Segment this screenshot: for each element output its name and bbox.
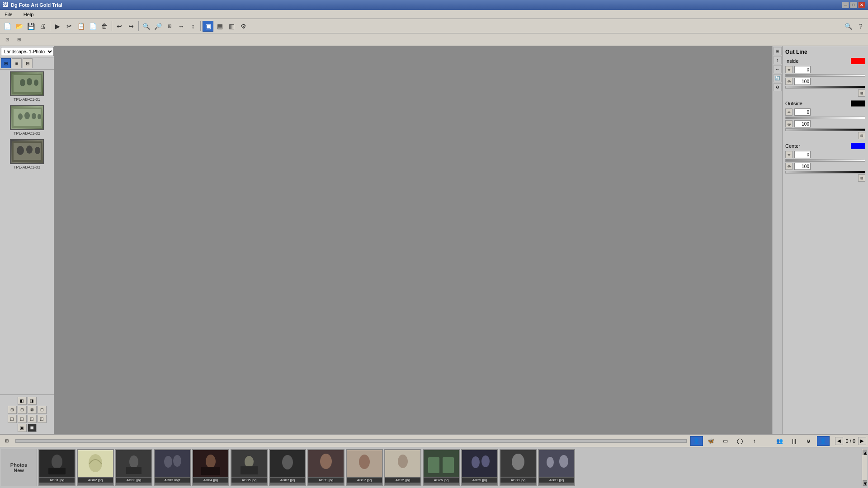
strip-rect-btn[interactable]: ▭ bbox=[719, 436, 732, 446]
view3-btn[interactable]: ▥ bbox=[226, 21, 237, 32]
new-btn[interactable]: 📄 bbox=[2, 21, 13, 32]
bot-btn-10[interactable]: ◰ bbox=[38, 415, 47, 423]
close-button[interactable]: ✕ bbox=[858, 2, 865, 8]
play-btn[interactable]: ▶ bbox=[52, 21, 63, 32]
strip-butterfly-btn[interactable]: 🦋 bbox=[705, 436, 717, 446]
help-search-btn[interactable]: 🔍 bbox=[843, 21, 854, 32]
bot-btn-5[interactable]: ⊠ bbox=[28, 406, 37, 414]
page-next-btn[interactable]: ▶ bbox=[858, 437, 866, 445]
strip-icon1[interactable]: ⊞ bbox=[2, 436, 12, 446]
inside-opacity-icon[interactable]: ◎ bbox=[785, 78, 793, 85]
template-detail-btn[interactable]: ⊟ bbox=[23, 58, 33, 68]
template-item-3[interactable]: TPL-AB-C1-03 bbox=[2, 139, 52, 169]
template-item-1[interactable]: TPL-AB-C1-01 bbox=[2, 71, 52, 102]
photo-thumb-ab09[interactable]: AB09.jpg bbox=[307, 449, 344, 486]
cut-btn[interactable]: ✂ bbox=[64, 21, 75, 32]
page-prev-btn[interactable]: ◀ bbox=[835, 437, 843, 445]
photo-thumb-ab04[interactable]: AB04.jpg bbox=[192, 449, 229, 486]
photo-strip-scrollbar[interactable]: ▲ ▼ bbox=[862, 449, 867, 486]
save-btn[interactable]: 💾 bbox=[25, 21, 36, 32]
bot-btn-9[interactable]: ◳ bbox=[28, 415, 37, 423]
minimize-button[interactable]: ─ bbox=[842, 2, 849, 8]
outside-opacity-icon[interactable]: ◎ bbox=[785, 120, 793, 127]
photo-thumb-ab02[interactable]: AB02.jpg bbox=[77, 449, 114, 486]
vert-icon-1[interactable]: ⊞ bbox=[774, 47, 782, 55]
photo-thumb-ab05[interactable]: AB05.jpg bbox=[231, 449, 268, 486]
menu-file[interactable]: File bbox=[2, 11, 15, 18]
zoom-out-btn[interactable]: 🔎 bbox=[152, 21, 163, 32]
strip-arrow-btn[interactable]: ↑ bbox=[748, 436, 761, 446]
center-copy-btn[interactable]: ⊞ bbox=[858, 174, 865, 182]
open-btn[interactable]: 📂 bbox=[14, 21, 24, 32]
view1-btn[interactable]: ▣ bbox=[203, 21, 213, 32]
template-grid-btn[interactable]: ⊞ bbox=[1, 58, 11, 68]
bot-btn-2[interactable]: ◨ bbox=[28, 397, 37, 405]
outside-val2[interactable] bbox=[794, 120, 811, 127]
photo-strip[interactable]: Photos New AB01.jpg AB02. bbox=[0, 447, 868, 488]
fit-btn[interactable]: ⊞ bbox=[164, 21, 175, 32]
bot-btn-1[interactable]: ◧ bbox=[18, 397, 27, 405]
view2-btn[interactable]: ▤ bbox=[214, 21, 225, 32]
scrollbar-track[interactable] bbox=[862, 455, 867, 480]
photo-thumb-ab03[interactable]: AB03.jpg bbox=[115, 449, 152, 486]
t2-icon1[interactable]: ⊡ bbox=[2, 34, 13, 45]
bot-btn-3[interactable]: ⊞ bbox=[8, 406, 17, 414]
photo-thumb-ab30[interactable]: AB30.jpg bbox=[500, 449, 537, 486]
photo-thumb-ab31[interactable]: AB31.jpg bbox=[538, 449, 575, 486]
zoom-in-btn[interactable]: 🔍 bbox=[141, 21, 151, 32]
align-v-btn[interactable]: ↕ bbox=[188, 21, 198, 32]
vert-icon-4[interactable]: 🔄 bbox=[774, 74, 782, 82]
center-slider2[interactable] bbox=[785, 171, 865, 174]
align-h-btn[interactable]: ↔ bbox=[176, 21, 187, 32]
strip-link-btn[interactable]: ⊌ bbox=[802, 436, 815, 446]
inside-slider2[interactable] bbox=[785, 86, 865, 89]
template-item-2[interactable]: TPL-AB-C1-02 bbox=[2, 105, 52, 136]
inside-val2[interactable] bbox=[794, 78, 811, 85]
photo-thumb-ab07[interactable]: AB07.jpg bbox=[269, 449, 306, 486]
outline-center-color[interactable] bbox=[851, 143, 865, 149]
outside-scale-icon[interactable]: ⇔ bbox=[785, 108, 793, 116]
scrollbar-down[interactable]: ▼ bbox=[863, 480, 867, 486]
strip-person-btn[interactable]: 👤 bbox=[690, 436, 703, 446]
undo-btn[interactable]: ↩ bbox=[114, 21, 125, 32]
photo-thumb-ab29[interactable]: AB29.jpg bbox=[461, 449, 498, 486]
outline-outside-color[interactable] bbox=[851, 100, 865, 107]
photo-thumb-ab26[interactable]: AB26.jpg bbox=[423, 449, 460, 486]
photo-thumb-ab01[interactable]: AB01.jpg bbox=[38, 449, 75, 486]
bot-btn-7[interactable]: ◱ bbox=[8, 415, 17, 423]
inside-copy-btn[interactable]: ⊞ bbox=[858, 89, 865, 97]
outside-val1[interactable] bbox=[794, 108, 811, 116]
center-opacity-icon[interactable]: ◎ bbox=[785, 163, 793, 170]
outline-inside-color[interactable] bbox=[851, 58, 865, 64]
t2-icon2[interactable]: ⊞ bbox=[14, 34, 24, 45]
bot-btn-11[interactable]: ▣ bbox=[18, 424, 27, 432]
strip-group-btn[interactable]: 👥 bbox=[774, 436, 786, 446]
settings-btn[interactable]: ⚙ bbox=[238, 21, 249, 32]
bot-btn-6[interactable]: ⊡ bbox=[38, 406, 47, 414]
print-btn[interactable]: 🖨 bbox=[37, 21, 48, 32]
vert-icon-2[interactable]: ↕ bbox=[774, 56, 782, 64]
bot-btn-4[interactable]: ⊟ bbox=[18, 406, 27, 414]
scrollbar-up[interactable]: ▲ bbox=[863, 450, 867, 455]
template-list-btn[interactable]: ≡ bbox=[12, 58, 22, 68]
bot-btn-12[interactable]: 🔲 bbox=[28, 424, 37, 432]
center-val1[interactable] bbox=[794, 151, 811, 158]
template-dropdown[interactable]: Landscape- 1-Photo Landscape- 2-Photo Po… bbox=[1, 47, 54, 56]
bot-btn-8[interactable]: ◲ bbox=[18, 415, 27, 423]
center-val2[interactable] bbox=[794, 163, 811, 170]
inside-val1[interactable] bbox=[794, 66, 811, 73]
help-btn[interactable]: ? bbox=[855, 21, 866, 32]
inside-scale-icon[interactable]: ⇔ bbox=[785, 66, 793, 73]
strip-circle-btn[interactable]: ◯ bbox=[734, 436, 746, 446]
strip-bars-btn[interactable]: ||| bbox=[788, 436, 801, 446]
vert-icon-5[interactable]: ⚙ bbox=[774, 83, 782, 91]
maximize-button[interactable]: □ bbox=[850, 2, 857, 8]
photo-thumb-ab03mgf[interactable]: AB03.mgf bbox=[154, 449, 191, 486]
center-slider1[interactable] bbox=[785, 159, 865, 162]
outside-slider1[interactable] bbox=[785, 117, 865, 119]
outside-copy-btn[interactable]: ⊞ bbox=[858, 132, 865, 139]
delete-btn[interactable]: 🗑 bbox=[99, 21, 110, 32]
vert-icon-3[interactable]: ↔ bbox=[774, 65, 782, 73]
photo-thumb-ab25[interactable]: AB25.jpg bbox=[384, 449, 421, 486]
redo-btn[interactable]: ↪ bbox=[126, 21, 137, 32]
